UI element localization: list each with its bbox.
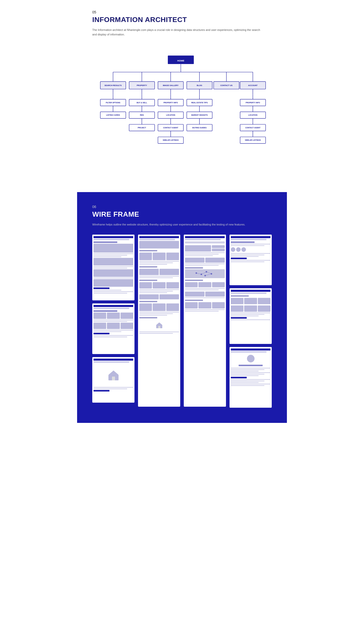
section-information-architect: 05 INFORMATION ARCHITECT The Information… [77,0,287,192]
section-title-wf: WIRE FRAME [92,210,272,218]
svg-text:CONTACT AGENT: CONTACT AGENT [163,127,178,129]
section-wireframe: 06 WIRE FRAME Wireframe helps outline th… [77,192,287,423]
svg-text:PROPERTY INFO: PROPERTY INFO [246,102,260,104]
svg-text:MARKET INSIGHTS: MARKET INSIGHTS [191,114,208,116]
svg-text:CONTACT US: CONTACT US [220,84,232,87]
section-desc-ia: The Information architect at Nhariengle.… [92,28,264,37]
wireframe-frame-5 [184,235,226,407]
wireframe-col-4 [230,235,272,408]
wireframe-frame-6 [230,235,272,285]
svg-text:SIMILAR LISTINGS: SIMILAR LISTINGS [163,139,179,141]
svg-text:CONTACT AGENT: CONTACT AGENT [245,127,261,129]
section-number-ia: 05 [92,10,272,14]
svg-text:BLOG: BLOG [197,84,202,87]
svg-text:REAL ESTATE TIPS: REAL ESTATE TIPS [191,102,208,104]
svg-text:LOCATION: LOCATION [166,114,175,116]
svg-rect-77 [112,377,115,380]
section-number-wf: 06 [92,205,272,209]
svg-text:BUYING GUIDES: BUYING GUIDES [192,127,207,129]
wireframe-col-2 [138,235,180,408]
svg-text:FILTER OPTIONS: FILTER OPTIONS [106,102,120,104]
tree-diagram: HOME SEARCH RESULTS [92,44,272,177]
svg-marker-76 [108,370,119,375]
wireframe-frame-7 [230,288,272,344]
svg-text:LOCATION: LOCATION [248,114,257,116]
svg-text:HOME: HOME [177,59,184,62]
svg-marker-79 [156,322,162,325]
svg-text:ACCOUNT: ACCOUNT [248,84,258,87]
wireframe-col-3 [184,235,226,408]
svg-text:SEARCH RESULTS: SEARCH RESULTS [104,84,122,87]
wireframe-frame-3 [92,357,134,403]
svg-text:PROPERTY: PROPERTY [137,84,147,87]
svg-text:LISTING CARDS: LISTING CARDS [106,114,120,116]
svg-text:PROJECT: PROJECT [138,127,146,129]
svg-text:BUY & SELL: BUY & SELL [136,102,147,104]
svg-text:REN: REN [140,114,144,116]
svg-rect-80 [158,326,160,328]
section-desc-wf: Wireframe helps outline the website stru… [92,222,264,227]
wireframe-frame-4 [138,235,180,407]
section-title-ia: INFORMATION ARCHITECT [92,16,272,24]
svg-text:SIMILAR LISTINGS: SIMILAR LISTINGS [245,139,261,141]
svg-text:IMAGE GALLERY: IMAGE GALLERY [163,84,178,87]
wireframe-frame-1 [92,235,134,300]
wireframe-frame-2 [92,303,134,354]
wireframes-grid [92,235,272,408]
wireframe-frame-8 [230,347,272,408]
wireframe-col-1 [92,235,134,408]
tree-svg: HOME SEARCH RESULTS [92,47,272,168]
svg-text:PROPERTY INFO: PROPERTY INFO [164,102,178,104]
